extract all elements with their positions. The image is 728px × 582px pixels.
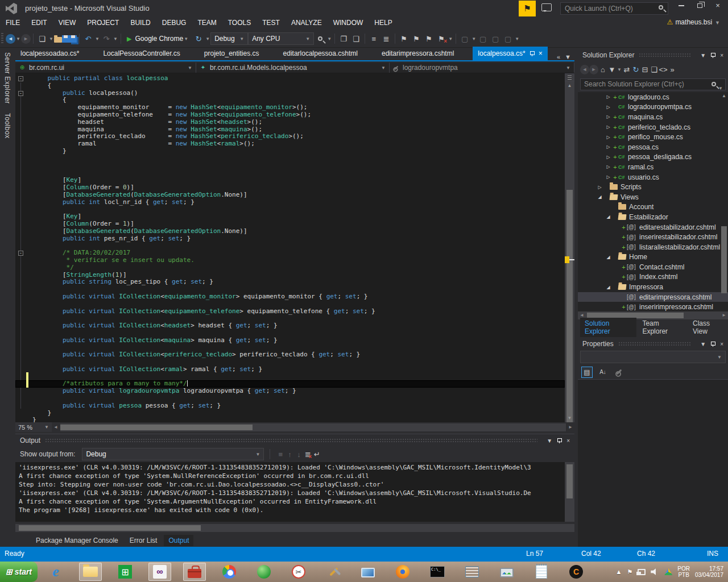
expander-collapsed-icon[interactable]: ▷ bbox=[605, 144, 612, 149]
command-prompt-icon[interactable]: C:\_ bbox=[426, 563, 449, 581]
code-line[interactable] bbox=[15, 163, 565, 170]
tree-item[interactable]: ▷+C#perifico_mouse.cs bbox=[578, 132, 728, 142]
scrollbar-thumb[interactable] bbox=[566, 464, 573, 498]
minimize-button[interactable] bbox=[673, 0, 690, 13]
pin-icon[interactable] bbox=[557, 438, 562, 444]
breadcrumb-type[interactable]: ✦ br.com.rc.ui.Models.localpessoa ▼ bbox=[196, 63, 390, 73]
menu-file[interactable]: FILE bbox=[0, 17, 26, 28]
language-indicator[interactable]: POR PTB bbox=[677, 566, 690, 578]
expander-expanded-icon[interactable]: ◢ bbox=[596, 194, 603, 199]
clock[interactable]: 17:57 03/04/2017 bbox=[695, 566, 723, 578]
breadcrumb-member[interactable]: logradouropvmtpa ▼ bbox=[390, 63, 574, 73]
sync-active-document-icon[interactable]: ⇄ bbox=[622, 63, 631, 76]
restore-button[interactable] bbox=[691, 0, 708, 13]
side-tab-server-explorer[interactable]: Server Explorer bbox=[0, 48, 15, 109]
expander-expanded-icon[interactable]: ◢ bbox=[605, 255, 612, 260]
tool-tab-team-explorer[interactable]: Team Explorer bbox=[638, 318, 687, 337]
pin-icon[interactable] bbox=[710, 52, 715, 59]
editor-window-icon[interactable]: ❐ bbox=[337, 32, 350, 45]
tree-item[interactable]: +[@]editarestabilizador.cshtml bbox=[578, 222, 728, 232]
windows-store-icon[interactable]: ⊞ bbox=[114, 563, 136, 581]
tree-item[interactable]: ▷+C#ramal.cs bbox=[578, 162, 728, 172]
nav-back-icon[interactable]: ◄ bbox=[6, 34, 15, 44]
add-item-icon[interactable] bbox=[54, 37, 62, 43]
properties-object-dropdown[interactable]: ▼ bbox=[580, 351, 726, 363]
code-editor[interactable]: - public partial class localpessoa {- pu… bbox=[15, 73, 574, 422]
start-debugging-button[interactable]: ▶Google Chrome▼ bbox=[123, 32, 192, 45]
code-line[interactable]: } bbox=[15, 417, 565, 422]
quick-launch-input[interactable]: Quick Launch (Ctrl+Q) bbox=[560, 2, 668, 15]
clear-all-icon[interactable]: ≣ bbox=[303, 448, 312, 460]
collapse-all-icon[interactable]: ⊟ bbox=[640, 63, 650, 76]
tree-item[interactable]: ▷C#logradouropvmtpa.cs bbox=[578, 102, 728, 113]
forward-icon[interactable]: ► bbox=[589, 65, 598, 74]
bookmark-clear-icon[interactable]: ⚑ bbox=[435, 32, 448, 45]
bookmark-prev-icon[interactable]: ⚑ bbox=[410, 32, 423, 45]
code-line[interactable]: public virtual ICollection<periferico_te… bbox=[15, 351, 565, 359]
editor-horizontal-scrollbar[interactable] bbox=[60, 423, 566, 431]
window-position-icon[interactable]: ▼ bbox=[547, 438, 552, 444]
expander-expanded-icon[interactable]: ◢ bbox=[605, 285, 612, 290]
code-line[interactable]: - public partial class localpessoa bbox=[15, 75, 565, 82]
property-pages-icon[interactable] bbox=[613, 367, 624, 378]
close-button[interactable]: × bbox=[709, 0, 726, 13]
new-item-disabled-icon[interactable]: ▢ bbox=[458, 32, 471, 45]
output-log[interactable]: 'iisexpress.exe' (CLR v4.0.30319: /LM/W3… bbox=[15, 462, 565, 522]
expander-expanded-icon[interactable]: ◢ bbox=[605, 214, 612, 219]
tree-item[interactable]: +[@]Contact.cshtml bbox=[578, 262, 728, 272]
menu-view[interactable]: VIEW bbox=[53, 17, 82, 28]
nav-forward-icon[interactable]: ► bbox=[21, 34, 31, 44]
systemcare-icon[interactable]: C bbox=[565, 563, 588, 581]
document-tab[interactable]: LocalPessoaController.cs bbox=[98, 47, 185, 60]
output-horizontal-scrollbar[interactable] bbox=[15, 524, 574, 532]
tree-item[interactable]: ▷+C#usuario.cs bbox=[578, 172, 728, 182]
prev-message-icon[interactable]: ↑ bbox=[285, 448, 294, 460]
code-line[interactable]: public string loc_pes_tipo { get; set; } bbox=[15, 278, 565, 286]
output-header[interactable]: Output ▼ × bbox=[15, 434, 574, 447]
menu-project[interactable]: PROJECT bbox=[81, 17, 125, 28]
expander-collapsed-icon[interactable]: ▷ bbox=[605, 155, 612, 160]
close-icon[interactable]: × bbox=[720, 341, 723, 347]
menu-debug[interactable]: DEBUG bbox=[156, 17, 192, 28]
zoom-level-dropdown[interactable]: 75 % ▼ bbox=[15, 422, 52, 432]
menu-help[interactable]: HELP bbox=[369, 17, 398, 28]
expander-collapsed-icon[interactable]: ▷ bbox=[605, 105, 612, 110]
tree-item[interactable]: ◢Impressora bbox=[578, 282, 728, 292]
expander-collapsed-icon[interactable]: ▷ bbox=[605, 94, 612, 99]
bottom-tab-package-manager-console[interactable]: Package Manager Console bbox=[31, 535, 123, 546]
tree-item[interactable]: Account bbox=[578, 202, 728, 213]
find-in-files-icon[interactable] bbox=[314, 32, 326, 45]
snipping-tool-icon[interactable]: ✂ bbox=[287, 563, 310, 581]
side-tab-toolbox[interactable]: Toolbox bbox=[0, 109, 15, 143]
refresh-icon[interactable]: ↻ bbox=[631, 63, 640, 76]
code-line[interactable]: public virtual ICollection<equipamento_m… bbox=[15, 293, 565, 301]
internet-explorer-icon[interactable]: e bbox=[44, 563, 67, 581]
scroll-down-arrow-icon[interactable]: ▼ bbox=[565, 414, 574, 422]
remote-desktop-icon[interactable] bbox=[357, 563, 379, 581]
code-line[interactable]: public virtual ICollection<headset> head… bbox=[15, 322, 565, 330]
solution-search-input[interactable]: Search Solution Explorer (Ctrl+ç) ▼ bbox=[580, 78, 726, 90]
menu-analyze[interactable]: ANALYZE bbox=[286, 17, 328, 28]
feedback-icon[interactable] bbox=[541, 3, 552, 11]
tree-item[interactable]: +[@]inseririmpressora.cshtml bbox=[578, 302, 728, 311]
word-wrap-icon[interactable]: ↵ bbox=[312, 448, 321, 460]
expander-collapsed-icon[interactable]: ▷ bbox=[596, 185, 603, 190]
fold-collapse-icon[interactable]: - bbox=[18, 251, 23, 256]
action-center-flag-icon[interactable]: ⚑ bbox=[627, 568, 632, 576]
scrollbar-thumb[interactable] bbox=[566, 190, 573, 429]
code-line[interactable]: } bbox=[15, 410, 565, 417]
code-line[interactable]: public virtual ICollection<equipamento_t… bbox=[15, 308, 565, 315]
extensions-disabled-icon[interactable]: ▢ bbox=[502, 32, 514, 45]
tree-item[interactable]: ◢Estabilizador bbox=[578, 212, 728, 222]
tree-item[interactable]: ▷+C#pessoa.cs bbox=[578, 142, 728, 152]
window-position-icon[interactable]: ▼ bbox=[700, 52, 706, 59]
code-line[interactable]: public int pes_nr_id { get; set; } bbox=[15, 235, 565, 243]
toolbox-icon[interactable] bbox=[183, 563, 206, 581]
tree-item[interactable]: +[@]listarallestabilizador.cshtml bbox=[578, 242, 728, 252]
bottom-tab-error-list[interactable]: Error List bbox=[125, 535, 162, 546]
platform-dropdown[interactable]: Any CPU▼ bbox=[248, 32, 314, 45]
bottom-tab-output[interactable]: Output bbox=[164, 535, 193, 546]
message-list-icon[interactable]: ≡ bbox=[276, 448, 285, 460]
firefox-icon[interactable] bbox=[391, 563, 414, 581]
pin-icon[interactable] bbox=[710, 341, 715, 347]
